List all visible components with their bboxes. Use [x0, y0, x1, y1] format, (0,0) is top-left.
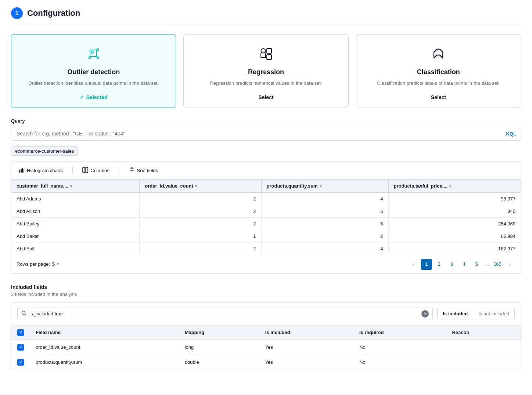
field-mapping-cell: long [179, 340, 259, 355]
outlier-action[interactable]: ✓ Selected [19, 94, 168, 100]
cell-order-id: 2 [140, 192, 261, 205]
kql-link[interactable]: KQL [506, 131, 516, 136]
histogram-label: Histogram charts [27, 168, 63, 173]
included-fields-subtitle: 3 fields included in the analysis [11, 291, 521, 297]
svg-rect-0 [90, 50, 97, 57]
col-taxful-price[interactable]: products.taxful_price.... ∨ [388, 179, 521, 192]
query-input[interactable] [11, 127, 521, 140]
field-is-required-cell: No [353, 355, 446, 370]
cell-order-id: 1 [140, 230, 261, 242]
th-is-required: Is required [353, 326, 446, 340]
svg-point-2 [97, 49, 98, 51]
regression-desc: Regression predicts numerical values in … [191, 80, 341, 87]
field-checkbox-cell: ✓ [11, 355, 30, 370]
cell-customer-name: Abd Baker [11, 230, 140, 242]
field-is-included-cell: Yes [259, 340, 353, 355]
last-page-button[interactable]: 665 [492, 259, 503, 270]
svg-rect-6 [267, 48, 272, 53]
col-sort-icon-0: ∨ [70, 184, 72, 188]
prev-page-button[interactable]: ‹ [409, 259, 420, 270]
th-is-included: Is included [259, 326, 353, 340]
check-icon: ✓ [80, 94, 84, 100]
index-badge[interactable]: ecommerce-customer-sales [11, 146, 78, 156]
histogram-charts-button[interactable]: Histogram charts [17, 166, 65, 175]
cell-customer-name: Abd Ball [11, 242, 140, 255]
classification-action[interactable]: Select [364, 94, 513, 100]
field-checkbox[interactable]: ✓ [17, 344, 24, 351]
cell-order-id: 2 [140, 217, 261, 230]
svg-rect-22 [86, 167, 88, 173]
regression-card[interactable]: Regression Regression predicts numerical… [183, 34, 348, 108]
col-quantity[interactable]: products.quantity.sum ∨ [261, 179, 388, 192]
outlier-icon [19, 45, 168, 62]
classification-card[interactable]: Classification Classification predicts l… [356, 34, 521, 108]
cell-quantity: 6 [261, 205, 388, 217]
columns-icon [82, 167, 88, 174]
is-included-toggle[interactable]: Is included [438, 308, 473, 319]
table-row: Abd Allison 2 6 340 [11, 205, 521, 217]
field-reason-cell [446, 355, 521, 370]
columns-button[interactable]: Columns [80, 166, 111, 175]
classification-icon [364, 45, 513, 62]
page-header: 1 Configuration [11, 7, 521, 25]
svg-rect-18 [21, 169, 22, 173]
step-badge: 1 [11, 7, 23, 19]
svg-point-25 [22, 311, 25, 315]
table-row: Abd Baker 1 2 66.984 [11, 230, 521, 242]
svg-point-8 [261, 49, 265, 53]
cell-order-id: 2 [140, 205, 261, 217]
filter-clear-button[interactable]: ✕ [421, 310, 429, 318]
page-5-button[interactable]: 5 [471, 259, 482, 270]
filter-search-icon [21, 311, 26, 317]
regression-action[interactable]: Select [191, 94, 341, 100]
sort-fields-button[interactable]: Sort fields [127, 166, 161, 175]
field-is-included-cell: Yes [259, 355, 353, 370]
svg-rect-19 [22, 168, 23, 173]
th-field-name: Field name [30, 326, 179, 340]
svg-rect-21 [83, 167, 85, 173]
table-row: Abd Adams 2 4 98.977 [11, 192, 521, 205]
field-reason-cell [446, 340, 521, 355]
outlier-detection-card[interactable]: Outlier detection Outlier detection iden… [11, 34, 176, 108]
fields-table-row: ✓ order_id.value_count long Yes No [11, 340, 521, 355]
filter-input[interactable] [29, 311, 421, 316]
page-1-button[interactable]: 1 [421, 259, 432, 270]
cell-quantity: 2 [261, 230, 388, 242]
rows-chevron-icon: ▾ [57, 262, 59, 267]
cell-taxful-price: 66.984 [388, 230, 521, 242]
page-3-button[interactable]: 3 [446, 259, 457, 270]
fields-table-row: ✓ products.quantity.sum double Yes No [11, 355, 521, 370]
outlier-title: Outlier detection [19, 68, 168, 76]
filter-input-container: ✕ [17, 308, 433, 320]
field-is-required-cell: No [353, 340, 446, 355]
select-all-checkbox[interactable]: ✓ [17, 329, 24, 336]
field-checkbox[interactable]: ✓ [17, 359, 24, 366]
col-order-id[interactable]: order_id.value_count ∨ [140, 179, 261, 192]
toolbar-sep-1 [72, 167, 73, 174]
svg-point-1 [91, 51, 93, 53]
model-cards-container: Outlier detection Outlier detection iden… [11, 34, 521, 108]
next-page-button[interactable]: › [504, 259, 515, 270]
rows-per-page-selector[interactable]: Rows per page: 5 ▾ [17, 261, 59, 267]
cell-quantity: 6 [261, 217, 388, 230]
table-row: Abd Bailey 2 6 254.969 [11, 217, 521, 230]
cell-taxful-price: 98.977 [388, 192, 521, 205]
is-not-included-toggle[interactable]: Is not included [473, 308, 514, 319]
svg-line-11 [440, 49, 443, 52]
regression-icon [191, 45, 341, 62]
page-2-button[interactable]: 2 [434, 259, 445, 270]
field-name-cell: products.quantity.sum [30, 355, 179, 370]
pagination: ‹ 1 2 3 4 5 ... 665 › [409, 259, 515, 270]
cell-taxful-price: 182.977 [388, 242, 521, 255]
sort-label: Sort fields [137, 168, 158, 173]
histogram-icon [19, 167, 25, 174]
svg-rect-17 [19, 170, 20, 173]
field-name-cell: order_id.value_count [30, 340, 179, 355]
page-title: Configuration [27, 8, 80, 18]
classification-title: Classification [364, 68, 513, 76]
page-4-button[interactable]: 4 [459, 259, 470, 270]
cell-customer-name: Abd Adams [11, 192, 140, 205]
cell-quantity: 4 [261, 242, 388, 255]
col-customer-name[interactable]: customer_full_name.... ∨ [11, 179, 140, 192]
svg-line-10 [434, 49, 437, 52]
